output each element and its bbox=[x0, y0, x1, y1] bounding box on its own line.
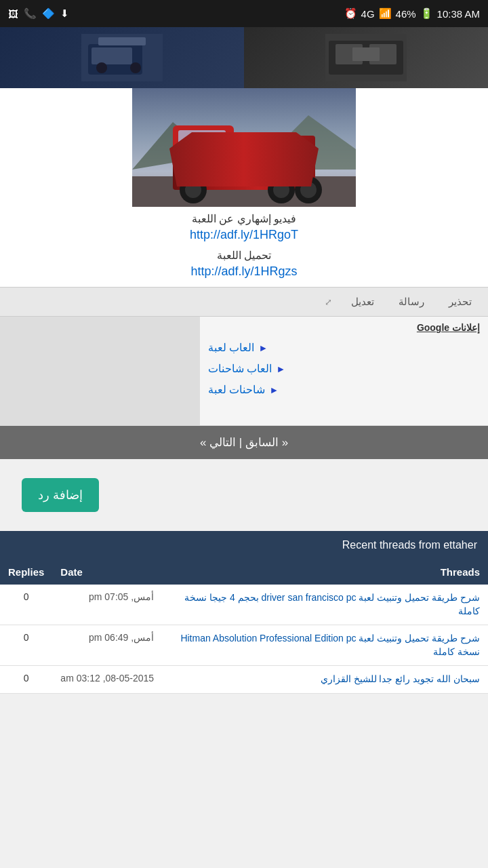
svg-rect-5 bbox=[98, 37, 146, 45]
table-row: 0 08-05-2015, 03:12 am سبحان الله تجويد … bbox=[0, 666, 488, 694]
recent-threads-title: Recent threads from ettaher bbox=[342, 539, 477, 551]
svg-point-19 bbox=[185, 182, 201, 198]
thread-title-1[interactable]: شرح طريقة تحميل وتنبيث لعبة driver san f… bbox=[162, 585, 488, 625]
svg-point-21 bbox=[273, 182, 289, 198]
col-threads: Threads bbox=[162, 559, 488, 585]
battery-level: 46% bbox=[396, 8, 416, 20]
table-row: 0 أمس, 06:49 pm شرح طريقة تحميل وتنبيث ل… bbox=[0, 625, 488, 666]
strip-left-image bbox=[0, 27, 244, 88]
svg-point-3 bbox=[96, 62, 107, 73]
status-icons-left: 🖼 📞 🔷 ⬇ bbox=[8, 7, 69, 20]
download-label: تحميل اللعبة bbox=[210, 243, 278, 263]
ad-item-2[interactable]: ► العاب شاحنات bbox=[208, 358, 480, 379]
arrow-icon-2: ► bbox=[276, 363, 285, 374]
threads-table: Replies Date Threads 0 أمس, 07:05 pm شرح… bbox=[0, 559, 488, 694]
recent-threads-header: Recent threads from ettaher bbox=[0, 531, 488, 559]
ad-item-1[interactable]: ► العاب لعبة bbox=[208, 337, 480, 358]
replies-count-1: 0 bbox=[0, 585, 52, 625]
ads-left-placeholder bbox=[0, 317, 200, 425]
recent-threads: Recent threads from ettaher Replies Date… bbox=[0, 531, 488, 694]
col-date: Date bbox=[52, 559, 162, 585]
ads-section: إعلانات Google ► العاب لعبة ► العاب شاحن… bbox=[0, 317, 488, 426]
arrow-icon-1: ► bbox=[258, 342, 268, 353]
gallery-icon: 🖼 bbox=[8, 8, 18, 20]
threads-table-header: Replies Date Threads bbox=[0, 559, 488, 585]
svg-rect-27 bbox=[175, 151, 185, 157]
status-bar: 🖼 📞 🔷 ⬇ ⏰ 4G 📶 46% 🔋 10:38 AM bbox=[0, 0, 488, 27]
battery-icon: 🔋 bbox=[420, 7, 433, 20]
arrow-icon-3: ► bbox=[269, 384, 279, 395]
nav-label[interactable]: « السابق | التالي » bbox=[200, 436, 288, 449]
svg-point-4 bbox=[130, 62, 141, 73]
add-reply-button[interactable]: إضافة رد bbox=[22, 478, 99, 512]
svg-rect-17 bbox=[178, 130, 226, 154]
signal-icon: 📶 bbox=[379, 7, 392, 20]
ad-item-3[interactable]: ► شاحنات لعبة bbox=[208, 379, 480, 400]
thread-title-2[interactable]: شرح طريقة تحميل وتنبيث لعبة Hitman Absol… bbox=[162, 625, 488, 666]
phone-icon: 📞 bbox=[24, 7, 37, 20]
replies-count-3: 0 bbox=[0, 666, 52, 694]
svg-rect-10 bbox=[352, 47, 380, 61]
expand-icon[interactable]: ⤢ bbox=[325, 297, 332, 307]
ad-label-3: شاحنات لعبة bbox=[208, 383, 265, 396]
nav-bar[interactable]: « السابق | التالي » bbox=[0, 426, 488, 459]
svg-point-23 bbox=[300, 182, 317, 198]
warn-button[interactable]: تحذير bbox=[443, 293, 477, 311]
ad-label-2: العاب شاحنات bbox=[208, 362, 272, 375]
thread-date-1: أمس, 07:05 pm bbox=[52, 585, 162, 625]
download-icon: ⬇ bbox=[60, 7, 69, 20]
network-type: 4G bbox=[361, 8, 375, 20]
alarm-icon: ⏰ bbox=[344, 7, 357, 20]
action-bar: تحذير رسالة تعديل ⤢ bbox=[0, 287, 488, 317]
truck-image: SCANIA bbox=[132, 88, 356, 207]
replies-count-2: 0 bbox=[0, 625, 52, 666]
svg-rect-14 bbox=[132, 176, 356, 207]
svg-rect-15 bbox=[173, 136, 315, 190]
thread-date-2: أمس, 06:49 pm bbox=[52, 625, 162, 666]
ad-link[interactable]: http://adf.ly/1HRgoT bbox=[190, 226, 298, 243]
reply-section: إضافة رد bbox=[0, 459, 488, 531]
ad-label: فيديو إشهاري عن اللعبة bbox=[185, 207, 303, 226]
svg-rect-24 bbox=[174, 153, 198, 173]
post-content-area: SCANIA فيديو إشهاري عن اللعبة http://adf… bbox=[0, 88, 488, 287]
ads-right-block: إعلانات Google ► العاب لعبة ► العاب شاحن… bbox=[200, 317, 488, 425]
svg-rect-2 bbox=[92, 47, 132, 64]
thread-title-3[interactable]: سبحان الله تجويد رائع جدا للشيخ القزاري bbox=[162, 666, 488, 694]
message-button[interactable]: رسالة bbox=[393, 293, 430, 311]
status-right: ⏰ 4G 📶 46% 🔋 10:38 AM bbox=[344, 7, 480, 20]
table-row: 0 أمس, 07:05 pm شرح طريقة تحميل وتنبيث ل… bbox=[0, 585, 488, 625]
download-link[interactable]: http://adf.ly/1HRgzs bbox=[190, 263, 297, 280]
svg-text:SCANIA: SCANIA bbox=[229, 151, 266, 161]
ads-title: إعلانات Google bbox=[208, 322, 480, 333]
ad-label-1: العاب لعبة bbox=[208, 341, 254, 354]
strip-right-image bbox=[244, 27, 488, 88]
col-replies: Replies bbox=[0, 559, 52, 585]
top-image-strip bbox=[0, 27, 488, 88]
time: 10:38 AM bbox=[437, 8, 480, 20]
edit-button[interactable]: تعديل bbox=[346, 293, 380, 311]
sim-icon: 🔷 bbox=[42, 7, 55, 20]
thread-date-3: 08-05-2015, 03:12 am bbox=[52, 666, 162, 694]
